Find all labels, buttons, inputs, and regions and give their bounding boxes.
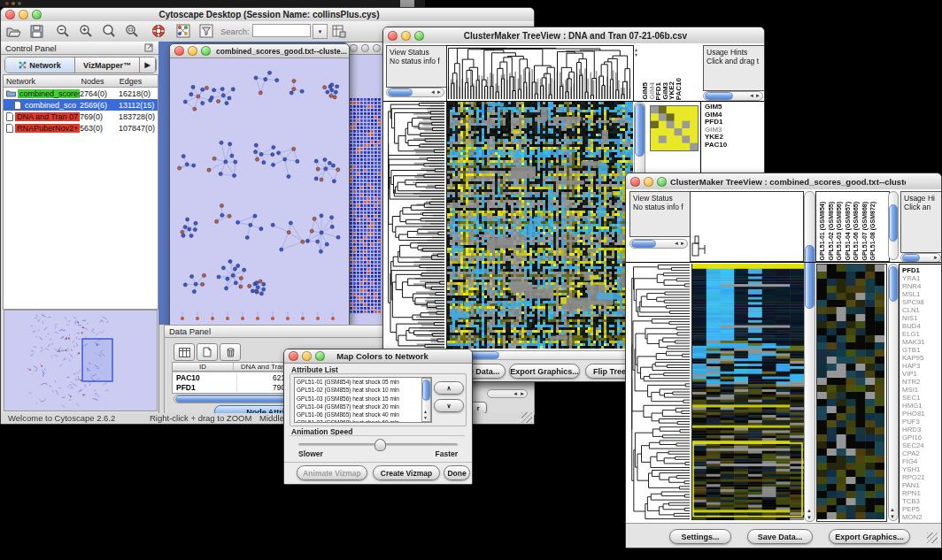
minimize-button[interactable] (401, 31, 411, 41)
slider-thumb[interactable] (374, 439, 386, 451)
main-window-resize-grip[interactable] (521, 412, 532, 423)
treeview2-resize-grip[interactable] (927, 533, 938, 543)
attribute-select-button[interactable] (174, 343, 195, 361)
help-lifering-icon[interactable] (150, 23, 167, 39)
network-window-background[interactable] (344, 42, 387, 325)
gene-label[interactable]: SEC24 (902, 441, 941, 449)
minimize-button[interactable] (188, 46, 197, 56)
col-header-nodes[interactable]: Nodes (81, 77, 120, 86)
zoom-button[interactable] (315, 351, 325, 361)
gene-label[interactable]: RPN1 (902, 489, 941, 497)
minimize-button[interactable] (644, 177, 653, 187)
gene-label[interactable]: VIP1 (902, 370, 941, 378)
view-status-scrollbar[interactable]: ◄► (386, 88, 444, 97)
close-button[interactable] (174, 46, 184, 56)
column-label[interactable]: GPL51-04 (GSM857) (844, 202, 853, 261)
export-graphics-button[interactable]: Export Graphics... (829, 529, 910, 544)
done-button[interactable]: Done (444, 465, 470, 480)
treeview2-column-dendrogram[interactable] (690, 191, 804, 262)
move-up-button[interactable]: ∧ (434, 381, 464, 395)
gene-label[interactable]: SEC1 (902, 394, 941, 402)
treeview2-heatmap[interactable] (691, 264, 804, 520)
gene-label[interactable]: PFD1 (902, 266, 941, 274)
tab-overflow-arrow[interactable]: ▶ (140, 58, 156, 73)
export-graphics-button[interactable]: Export Graphics... (509, 364, 580, 379)
zoom-button[interactable] (657, 177, 667, 187)
network-tree-row[interactable]: combined_sco2569(6)13112(15) (4, 99, 158, 111)
column-label[interactable]: PAC10 (676, 78, 683, 100)
gene-label[interactable]: HRD3 (902, 426, 941, 433)
zoom-button[interactable] (32, 10, 42, 19)
gene-label[interactable]: PUF3 (902, 418, 941, 426)
gene-label[interactable]: PHO81 (902, 410, 941, 418)
new-attribute-button[interactable] (197, 343, 218, 361)
treeview2-row-dendrogram[interactable] (629, 264, 690, 520)
zoom-in-icon[interactable] (77, 23, 95, 39)
attribute-list-item[interactable]: GPL51-01 (GSM854) heat shock 05 min (297, 378, 431, 386)
dense-network-grid-canvas[interactable] (349, 97, 382, 315)
treeview1-row-dendrogram[interactable] (386, 102, 444, 349)
main-traffic-lights[interactable] (1, 10, 45, 19)
tab-vizmapper[interactable]: VizMapper™ (75, 58, 140, 73)
gene-label[interactable]: MSL1 (902, 290, 941, 298)
minimize-button[interactable] (361, 44, 369, 52)
create-vizmap-button[interactable]: Create Vizmap (373, 465, 440, 480)
attribute-list-item[interactable]: GPL51-03 (GSM856) heat shock 15 min (297, 395, 431, 403)
column-label[interactable]: GPL51-02 (GSM855) (827, 202, 836, 261)
open-file-button[interactable] (4, 23, 22, 39)
close-button[interactable] (5, 10, 15, 19)
close-button[interactable] (630, 177, 640, 187)
column-label[interactable]: GPL51-01 (GSM854) (818, 202, 827, 261)
gene-label[interactable]: GPI16 (902, 433, 941, 441)
zoom-button[interactable] (414, 31, 424, 41)
treeview1-heatmap[interactable] (446, 102, 633, 349)
gene-label[interactable]: PAN1 (902, 481, 941, 489)
network-view-window[interactable]: combined_scores_good.txt--cluste... (169, 43, 350, 325)
gene-label[interactable]: RPO21 (902, 473, 941, 481)
zoom-out-icon[interactable] (54, 23, 72, 39)
animation-speed-slider[interactable] (298, 443, 458, 446)
column-label[interactable]: GPL51-06 (GSM865) (852, 202, 861, 261)
save-data-button[interactable]: Save Data... (747, 529, 813, 544)
close-button[interactable] (388, 31, 398, 41)
attribute-list-scrollbar[interactable]: ▲▼ (421, 378, 431, 422)
attribute-listbox[interactable]: GPL51-01 (GSM854) heat shock 05 minGPL51… (294, 377, 432, 423)
gene-label[interactable]: TCB3 (902, 497, 941, 505)
gene-label[interactable]: HAP3 (902, 362, 941, 370)
background-net-titlebar[interactable] (345, 42, 386, 55)
float-panel-icon[interactable] (144, 43, 153, 54)
network-view-titlebar[interactable]: combined_scores_good.txt--cluste... (170, 44, 349, 58)
network-tree-row[interactable]: RNAPuberNov2+563(0)107847(0) (4, 122, 158, 134)
data-panel-mini-hscroll[interactable]: ◄► (487, 389, 528, 398)
gene-label[interactable]: KAP95 (902, 354, 941, 362)
attribute-list-item[interactable]: GPL51-04 (GSM857) heat shock 20 min (297, 403, 431, 410)
delete-attribute-button[interactable] (220, 343, 241, 361)
treeview1-titlebar[interactable]: ClusterMaker TreeView : DNA and Tran 07-… (383, 27, 764, 44)
gene-label[interactable]: FIG4 (902, 457, 941, 465)
zoom-selected-icon[interactable] (100, 23, 118, 39)
gene-label[interactable]: RNR4 (902, 282, 941, 290)
gene-label[interactable]: GTB1 (902, 346, 941, 354)
close-button[interactable] (350, 44, 358, 52)
usage-hints-scrollbar[interactable]: ◄► (703, 91, 763, 101)
search-dropdown-button[interactable]: ▼ (313, 24, 328, 39)
animate-vizmap-button[interactable]: Animate Vizmap (297, 465, 367, 480)
treeview2-zoom-heatmap[interactable] (816, 264, 887, 522)
birdseye-view[interactable] (4, 310, 158, 411)
birdseye-canvas[interactable] (4, 311, 155, 409)
settings-button[interactable]: Settings... (669, 529, 731, 544)
gene-label[interactable]: BUD4 (902, 322, 941, 330)
col-header-network[interactable]: Network (4, 77, 81, 86)
network-tree-row[interactable]: DNA and Tran 07769(0)183728(0) (4, 111, 158, 122)
gene-label[interactable]: NIS1 (902, 314, 941, 322)
close-button[interactable] (289, 351, 298, 361)
gene-label[interactable]: SPC98 (902, 298, 941, 306)
column-label[interactable]: GPL51-03 (GSM856) (835, 202, 844, 261)
save-session-button[interactable] (27, 23, 45, 39)
attribute-list-item[interactable]: GPL51-02 (GSM855) heat shock 10 min (297, 386, 431, 394)
row-label[interactable]: PAC10 (705, 142, 761, 150)
treeview2-labels-scrollbar[interactable] (888, 191, 899, 260)
attr-col-id[interactable]: ID (173, 363, 234, 372)
dialog-titlebar[interactable]: Map Colors to Network (284, 349, 472, 364)
network-graph-canvas[interactable] (170, 58, 347, 325)
